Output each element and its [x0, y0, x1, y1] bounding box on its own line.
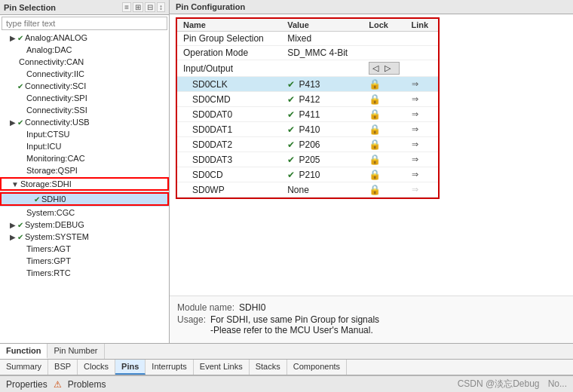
sub-tab-components[interactable]: Components — [287, 360, 347, 375]
cell-link[interactable]: ⇒ — [406, 152, 438, 167]
left-panel-header: Pin Selection ≡ ⊞ ⊟ ↕ — [0, 0, 169, 15]
cell-link[interactable] — [406, 60, 438, 77]
tree-item-input-ctsu[interactable]: Input:CTSU — [0, 128, 169, 140]
table-row-input-output[interactable]: Input/Output◁▷ — [177, 60, 438, 77]
collapse-icon[interactable]: ≡ — [122, 2, 131, 12]
problems-link[interactable]: Problems — [68, 379, 106, 390]
right-panel: Pin Configuration Name Value Lock Link P… — [170, 0, 573, 343]
tree-item-analog-analog[interactable]: ▶✔Analog:ANALOG — [0, 32, 169, 44]
lock-icon[interactable]: 🔒 — [369, 154, 381, 165]
tree-area: ▶✔Analog:ANALOGAnalog:DACConnectivity:CA… — [0, 32, 169, 343]
main-tab-function[interactable]: Function — [0, 344, 47, 359]
link-arrow-icon[interactable]: ⇒ — [412, 139, 418, 149]
table-row-sd0wp[interactable]: SD0WPNone🔒⇒ — [177, 182, 438, 198]
tree-item-connectivity-can[interactable]: Connectivity:CAN — [0, 56, 169, 68]
cell-lock[interactable]: 🔒 — [363, 107, 405, 122]
tree-item-system-system[interactable]: ▶✔System:SYSTEM — [0, 231, 169, 243]
tree-item-monitoring-cac[interactable]: Monitoring:CAC — [0, 152, 169, 164]
tree-item-connectivity-usb[interactable]: ▶✔Connectivity:USB — [0, 116, 169, 128]
check-icon: ✔ — [287, 79, 297, 90]
cell-lock[interactable]: 🔒 — [363, 152, 405, 167]
tree-label-text: Analog:ANALOG — [25, 33, 87, 42]
tree-item-connectivity-spi[interactable]: Connectivity:SPI — [0, 92, 169, 104]
tree-item-connectivity-ssi[interactable]: Connectivity:SSI — [0, 104, 169, 116]
tree-item-timers-gpt[interactable]: Timers:GPT — [0, 255, 169, 267]
filter-input[interactable] — [2, 17, 167, 30]
table-row-sd0dat1[interactable]: SD0DAT1✔ P410🔒⇒ — [177, 122, 438, 137]
link-arrow-icon[interactable]: ⇒ — [412, 155, 418, 164]
right-panel-header: Pin Configuration — [170, 0, 573, 14]
cell-lock[interactable]: 🔒 — [363, 92, 405, 107]
cell-name: SD0DAT3 — [177, 152, 281, 167]
link-arrow-icon[interactable]: ⇒ — [412, 94, 418, 104]
lock-icon[interactable]: 🔒 — [369, 93, 381, 105]
cell-link[interactable]: ⇒ — [406, 92, 438, 107]
tree-label-text: Analog:DAC — [26, 45, 72, 54]
tree-item-connectivity-sci[interactable]: ✔Connectivity:SCI — [0, 80, 169, 92]
cell-link[interactable]: ⇒ — [406, 107, 438, 122]
cell-link[interactable]: ⇒ — [406, 137, 438, 152]
cell-lock[interactable]: 🔒 — [363, 137, 405, 152]
sub-tab-clocks[interactable]: Clocks — [78, 360, 115, 375]
cell-lock[interactable]: 🔒 — [363, 77, 405, 92]
lock-icon[interactable]: 🔒 — [369, 124, 381, 135]
table-row-pin-group[interactable]: Pin Group SelectionMixed — [177, 32, 438, 46]
cell-link[interactable]: ⇒ — [406, 167, 438, 182]
cell-link[interactable]: ⇒ — [406, 122, 438, 137]
cell-value: ✔ P210 — [281, 167, 363, 182]
cell-name: SD0DAT2 — [177, 137, 281, 152]
tree-item-timers-agt[interactable]: Timers:AGT — [0, 243, 169, 255]
properties-link[interactable]: Properties — [6, 379, 47, 390]
nav-left-icon[interactable]: ◁ — [369, 63, 381, 74]
tree-item-storage-sdhi[interactable]: ▼Storage:SDHI — [0, 176, 169, 191]
table-row-sd0cd[interactable]: SD0CD✔ P210🔒⇒ — [177, 167, 438, 182]
tree-item-timers-rtc[interactable]: Timers:RTC — [0, 267, 169, 279]
expand-all-icon[interactable]: ⊞ — [133, 2, 143, 12]
sort-icon[interactable]: ↕ — [157, 2, 165, 12]
tree-item-storage-qspi[interactable]: Storage:QSPI — [0, 164, 169, 176]
sub-tab-row: SummaryBSPClocksPinsInterruptsEvent Link… — [0, 360, 573, 375]
tree-item-sdhi0[interactable]: ✔SDHI0 — [0, 191, 169, 207]
link-arrow-icon[interactable]: ⇒ — [412, 79, 418, 89]
sub-tab-event-links[interactable]: Event Links — [194, 360, 250, 375]
tree-item-system-debug[interactable]: ▶✔System:DEBUG — [0, 219, 169, 231]
cell-link[interactable]: ⇒ — [406, 77, 438, 92]
link-arrow-icon[interactable]: ⇒ — [412, 124, 418, 134]
link-arrow-icon[interactable]: ⇒ — [412, 185, 418, 194]
table-row-sd0dat0[interactable]: SD0DAT0✔ P411🔒⇒ — [177, 107, 438, 122]
table-row-sd0dat2[interactable]: SD0DAT2✔ P206🔒⇒ — [177, 137, 438, 152]
cell-value — [281, 60, 363, 77]
sub-tab-pins[interactable]: Pins — [115, 360, 146, 375]
cell-lock[interactable]: 🔒 — [363, 122, 405, 137]
tree-item-analog-dac[interactable]: Analog:DAC — [0, 44, 169, 56]
sub-tab-summary[interactable]: Summary — [0, 360, 48, 375]
cell-link[interactable]: ⇒ — [406, 182, 438, 198]
lock-icon[interactable]: 🔒 — [369, 139, 381, 150]
tree-item-connectivity-iic[interactable]: Connectivity:IIC — [0, 68, 169, 80]
lock-icon[interactable]: 🔒 — [369, 78, 381, 90]
check-icon: ✔ — [287, 124, 297, 135]
tree-item-system-cgc[interactable]: System:CGC — [0, 207, 169, 219]
table-row-op-mode[interactable]: Operation ModeSD_MMC 4-Bit — [177, 46, 438, 60]
link-arrow-icon[interactable]: ⇒ — [412, 170, 418, 179]
cell-lock[interactable]: 🔒 — [363, 167, 405, 182]
table-row-sd0dat3[interactable]: SD0DAT3✔ P205🔒⇒ — [177, 152, 438, 167]
tree-item-input-icu[interactable]: Input:ICU — [0, 140, 169, 152]
tree-label-text: Timers:RTC — [26, 268, 71, 277]
cell-lock[interactable]: 🔒 — [363, 182, 405, 198]
sub-tab-stacks[interactable]: Stacks — [250, 360, 287, 375]
sub-tab-interrupts[interactable]: Interrupts — [146, 360, 193, 375]
nav-arrows[interactable]: ◁▷ — [369, 62, 399, 75]
col-value: Value — [281, 19, 363, 32]
main-tab-pin-number[interactable]: Pin Number — [47, 344, 104, 359]
table-row-sd0cmd[interactable]: SD0CMD✔ P412🔒⇒ — [177, 92, 438, 107]
lock-icon[interactable]: 🔒 — [369, 109, 381, 120]
lock-icon[interactable]: 🔒 — [369, 184, 381, 195]
sub-tab-bsp[interactable]: BSP — [48, 360, 78, 375]
footer-bar: Properties ⚠ Problems CSDN @淡忘Debug No..… — [0, 375, 573, 392]
link-arrow-icon[interactable]: ⇒ — [412, 109, 418, 119]
lock-icon[interactable]: 🔒 — [369, 169, 381, 180]
table-row-sd0clk[interactable]: SD0CLK✔ P413🔒⇒ — [177, 77, 438, 92]
nav-right-icon[interactable]: ▷ — [381, 63, 394, 74]
collapse-all-icon[interactable]: ⊟ — [145, 2, 155, 12]
